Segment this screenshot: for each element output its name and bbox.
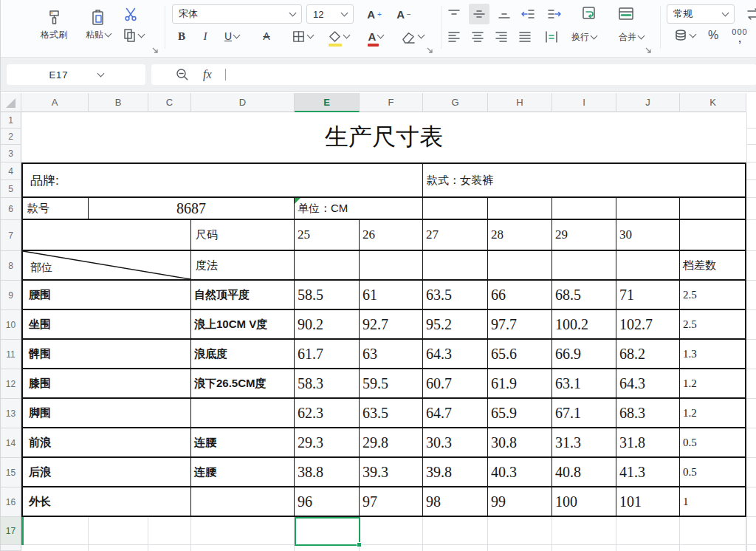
row-header-13[interactable]: 13 (1, 399, 21, 428)
grade-cell[interactable]: 1.2 (680, 369, 746, 399)
value-cell[interactable]: 30.3 (423, 428, 488, 458)
empty-cell[interactable] (488, 517, 552, 545)
grade-cell[interactable]: 2.5 (680, 310, 746, 340)
part-cell[interactable]: 坐围 (21, 310, 191, 340)
bold-button[interactable]: B (173, 28, 190, 44)
grade-label-cell[interactable]: 档差数 (680, 251, 746, 281)
row-header-9[interactable]: 9 (1, 281, 21, 310)
value-cell[interactable]: 64.7 (423, 399, 488, 428)
name-box[interactable]: E17 (7, 64, 145, 85)
empty-cell[interactable] (552, 517, 616, 545)
empty-cell[interactable] (148, 517, 191, 545)
value-cell[interactable]: 61.9 (488, 369, 552, 399)
align-left-button[interactable] (445, 30, 463, 44)
row-header-16[interactable]: 16 (1, 487, 21, 517)
value-cell[interactable]: 102.7 (616, 310, 680, 340)
value-cell[interactable]: 71 (616, 281, 680, 310)
column-header-B[interactable]: B (89, 93, 148, 112)
size-cell[interactable]: 26 (360, 220, 423, 251)
size-cell[interactable]: 30 (616, 220, 680, 251)
size-label-cell[interactable]: 尺码 (191, 220, 295, 251)
value-cell[interactable]: 100 (552, 487, 616, 517)
distributed-align-button[interactable] (541, 30, 562, 44)
part-header-cell[interactable]: 部位 (21, 251, 191, 281)
increase-indent-button[interactable] (544, 6, 565, 22)
row-header-3[interactable]: 3 (1, 145, 21, 162)
wrap-text-icon-button[interactable] (578, 4, 600, 24)
empty-cell[interactable] (680, 198, 746, 220)
value-cell[interactable]: 68.2 (616, 340, 680, 369)
value-cell[interactable]: 63.5 (360, 399, 423, 428)
copy-button[interactable] (117, 27, 148, 44)
wrap-text-button[interactable]: 换行 (566, 30, 602, 44)
fx-icon[interactable]: fx (203, 68, 212, 81)
style-cell[interactable]: 款式：女装裤 (423, 162, 746, 198)
column-header-G[interactable]: G (423, 93, 488, 112)
empty-cell[interactable] (616, 198, 680, 220)
value-cell[interactable]: 58.5 (295, 281, 360, 310)
method-label-cell[interactable]: 度法 (191, 251, 295, 281)
paste-button[interactable]: 粘贴 (79, 3, 117, 46)
empty-cell[interactable] (616, 517, 680, 545)
column-header-E[interactable]: E (295, 93, 360, 112)
empty-cell[interactable] (680, 517, 746, 545)
column-header-J[interactable]: J (616, 93, 680, 112)
empty-cell[interactable] (552, 251, 616, 281)
method-cell[interactable]: 浪底度 (191, 340, 295, 369)
align-center-button[interactable] (469, 30, 487, 44)
value-cell[interactable]: 29.3 (295, 428, 360, 458)
cut-button[interactable] (119, 4, 142, 24)
grow-font-button[interactable]: A+ (364, 6, 385, 22)
part-cell[interactable]: 外长 (21, 487, 191, 517)
row-header-1[interactable]: 1 (1, 112, 21, 129)
part-cell[interactable]: 腰围 (21, 281, 191, 310)
value-cell[interactable]: 61.7 (295, 340, 360, 369)
italic-button[interactable]: I (197, 28, 213, 44)
font-color-button[interactable]: A (361, 27, 391, 46)
number-format-select[interactable]: 常规 (667, 4, 735, 24)
clipboard-group-expander[interactable] (151, 44, 159, 58)
value-cell[interactable]: 38.8 (295, 458, 360, 487)
empty-cell[interactable] (360, 517, 423, 545)
align-top-button[interactable] (445, 6, 463, 22)
row-header-15[interactable]: 15 (1, 458, 21, 487)
value-cell[interactable]: 99 (488, 487, 552, 517)
empty-cell[interactable] (423, 517, 488, 545)
method-cell[interactable]: 自然顶平度 (191, 281, 295, 310)
format-painter-button[interactable]: 格式刷 (32, 3, 76, 46)
value-cell[interactable]: 31.8 (616, 428, 680, 458)
method-cell[interactable]: 浪上10CM V度 (191, 310, 295, 340)
empty-cell[interactable] (488, 251, 552, 281)
currency-format-button[interactable] (670, 27, 699, 44)
underline-button[interactable]: U (219, 28, 244, 44)
size-cell[interactable]: 29 (552, 220, 616, 251)
align-right-button[interactable] (492, 30, 510, 44)
value-cell[interactable]: 39.8 (423, 458, 488, 487)
value-cell[interactable]: 58.3 (295, 369, 360, 399)
empty-cell[interactable] (616, 251, 680, 281)
row-header-2[interactable]: 2 (1, 129, 21, 145)
empty-cell[interactable] (295, 251, 360, 281)
value-cell[interactable]: 59.5 (360, 369, 423, 399)
method-cell[interactable]: 连腰 (191, 458, 295, 487)
value-cell[interactable]: 98 (423, 487, 488, 517)
size-cell[interactable]: 27 (423, 220, 488, 251)
merge-cells-button[interactable]: 合并 (614, 30, 649, 44)
brand-cell[interactable]: 品牌: (21, 162, 423, 198)
empty-cell[interactable] (360, 251, 423, 281)
part-cell[interactable]: 膝围 (21, 369, 191, 399)
value-cell[interactable]: 63 (360, 340, 423, 369)
part-cell[interactable]: 后浪 (21, 458, 191, 487)
alignment-group-expander[interactable] (645, 44, 653, 58)
value-cell[interactable]: 68.5 (552, 281, 616, 310)
value-cell[interactable]: 66.9 (552, 340, 616, 369)
fill-color-button[interactable] (323, 27, 354, 46)
value-cell[interactable]: 61 (360, 281, 423, 310)
value-cell[interactable]: 66 (488, 281, 552, 310)
value-cell[interactable]: 62.3 (295, 399, 360, 428)
font-name-select[interactable]: 宋体 (172, 4, 302, 24)
value-cell[interactable]: 30.8 (488, 428, 552, 458)
method-cell[interactable] (191, 487, 295, 517)
value-cell[interactable]: 39.3 (360, 458, 423, 487)
method-cell[interactable]: 浪下26.5CM度 (191, 369, 295, 399)
